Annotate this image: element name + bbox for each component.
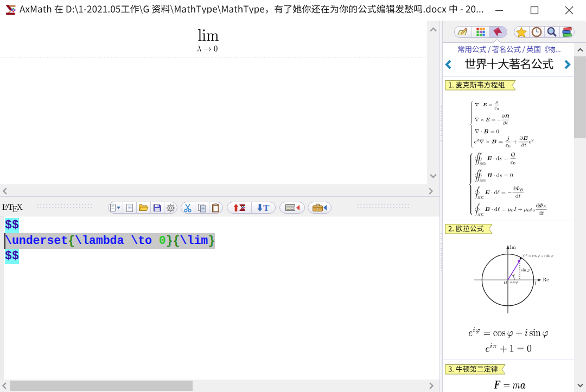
svg-text:T: T	[263, 203, 270, 213]
